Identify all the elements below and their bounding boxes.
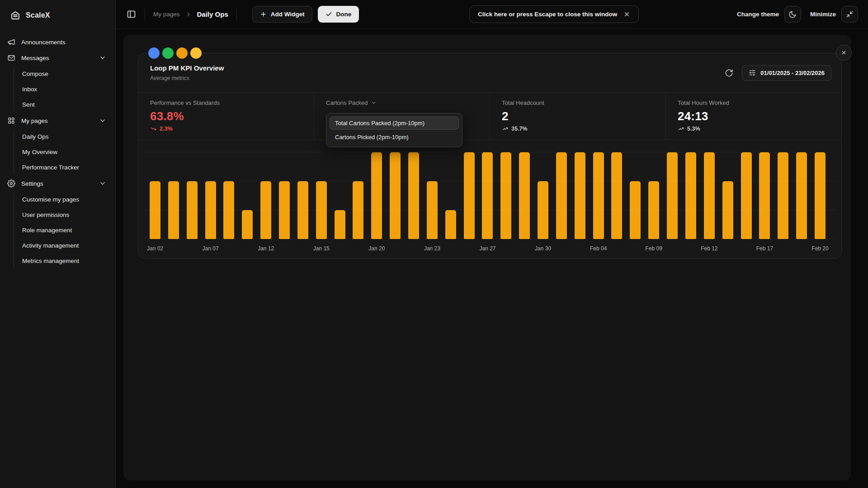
chart-bar[interactable] xyxy=(464,152,475,239)
dropdown-option[interactable]: Cartons Picked (2pm-10pm) xyxy=(330,131,459,144)
chart-bar[interactable] xyxy=(260,181,271,239)
chart-bar[interactable] xyxy=(704,152,715,239)
kpi-headcount: Total Headcount 2 35.7% xyxy=(490,93,666,140)
chart-bar[interactable] xyxy=(500,152,511,239)
chart-bar[interactable] xyxy=(150,181,160,239)
chart-bar[interactable] xyxy=(741,152,752,239)
chart-bar[interactable] xyxy=(408,152,419,239)
dropdown-option[interactable]: Total Cartons Packed (2pm-10pm) xyxy=(330,117,459,130)
chart-bar[interactable] xyxy=(648,181,659,239)
sidebar-item-user-permissions[interactable]: User permissions xyxy=(22,208,108,221)
chart-bar[interactable] xyxy=(722,181,733,239)
app-root: ScaleX Announcements Messages Compose In… xyxy=(0,0,868,488)
chart-bar[interactable] xyxy=(205,181,216,239)
sidebar-item-sent[interactable]: Sent xyxy=(22,98,108,111)
trending-up-icon xyxy=(678,126,684,131)
chart-x-axis: Jan 02Jan 07Jan 12Jan 15Jan 20Jan 23Jan … xyxy=(150,245,826,253)
date-range-button[interactable]: 01/01/2025 - 23/02/2026 xyxy=(742,65,831,81)
chart-bar[interactable] xyxy=(538,181,548,239)
sidebar-item-metrics-management[interactable]: Metrics management xyxy=(22,254,108,267)
sidebar-item-my-pages[interactable]: My pages xyxy=(7,114,108,127)
sidebar-toggle-button[interactable] xyxy=(126,9,137,20)
sidebar-item-compose[interactable]: Compose xyxy=(22,67,108,80)
check-icon xyxy=(326,11,332,18)
minimize-button[interactable] xyxy=(841,6,858,23)
refresh-icon xyxy=(725,69,733,77)
chart-bar[interactable] xyxy=(575,152,585,239)
settings-children: Customise my pages User permissions Role… xyxy=(14,192,108,267)
sidebar-item-activity-management[interactable]: Activity management xyxy=(22,239,108,252)
widget-dot xyxy=(176,47,188,59)
gear-icon xyxy=(7,179,15,188)
chart-bar[interactable] xyxy=(778,152,788,239)
main-column: My pages Daily Ops Add Widget Done Click… xyxy=(116,0,868,488)
chart-bar[interactable] xyxy=(445,210,456,239)
chart-bar[interactable] xyxy=(427,181,438,239)
refresh-button[interactable] xyxy=(725,68,734,77)
kpi-row: Performance vs Standards 63.8% 2.3% Cart… xyxy=(138,93,841,140)
sidebar-item-messages[interactable]: Messages xyxy=(7,51,108,65)
kpi-value: 2 xyxy=(502,109,661,123)
sidebar-item-announcements[interactable]: Announcements xyxy=(7,35,108,49)
escape-notice[interactable]: Click here or press Escape to close this… xyxy=(469,5,639,23)
escape-notice-text: Click here or press Escape to close this… xyxy=(478,11,617,18)
widget-close-button[interactable] xyxy=(836,45,852,61)
widget-dot xyxy=(190,47,202,59)
chart-bar[interactable] xyxy=(223,181,234,239)
chart-bar[interactable] xyxy=(796,152,807,239)
my-pages-children: Daily Ops My Overview Performance Tracke… xyxy=(14,130,108,174)
chart-bar[interactable] xyxy=(390,152,401,239)
chart-bar[interactable] xyxy=(519,152,530,239)
chart-bar[interactable] xyxy=(242,210,253,239)
metric-dropdown-label: Cartons Packed xyxy=(326,99,368,106)
chart-bar[interactable] xyxy=(630,181,641,239)
chart-bar[interactable] xyxy=(759,152,770,239)
theme-toggle-button[interactable] xyxy=(784,6,801,23)
metric-dropdown-trigger[interactable]: Cartons Packed xyxy=(326,99,485,106)
content-area: Loop PM KPI Overview Average metrics 01/… xyxy=(116,29,868,488)
sidebar-item-label: My pages xyxy=(21,117,93,124)
breadcrumb-parent[interactable]: My pages xyxy=(153,11,180,18)
close-icon[interactable] xyxy=(623,11,630,18)
chart-bar[interactable] xyxy=(335,210,345,239)
sidebar-item-inbox[interactable]: Inbox xyxy=(22,82,108,96)
sidebar-item-settings[interactable]: Settings xyxy=(7,177,108,190)
kpi-value: 24:13 xyxy=(678,109,837,123)
sidebar-item-daily-ops[interactable]: Daily Ops xyxy=(22,130,108,143)
chart-bar[interactable] xyxy=(168,181,179,239)
chevron-down-icon xyxy=(99,180,106,187)
sidebar-item-label: Messages xyxy=(21,55,93,61)
chart-bar[interactable] xyxy=(611,152,622,239)
chart-bar[interactable] xyxy=(593,152,604,239)
sidebar-item-label: Settings xyxy=(21,180,93,187)
chart-bar[interactable] xyxy=(353,181,363,239)
chart-bar[interactable] xyxy=(815,152,826,239)
kpi-widget-card: Loop PM KPI Overview Average metrics 01/… xyxy=(138,53,842,259)
gridline xyxy=(143,239,837,239)
sidebar-item-performance-tracker[interactable]: Performance Tracker xyxy=(22,160,108,174)
sidebar-item-customise-my-pages[interactable]: Customise my pages xyxy=(22,192,108,206)
x-axis-tick-label: Jan 27 xyxy=(479,245,495,252)
chart-bar[interactable] xyxy=(316,181,327,239)
chart-bar[interactable] xyxy=(297,181,308,239)
chart-bar[interactable] xyxy=(482,152,493,239)
chart-bar[interactable] xyxy=(556,152,567,239)
kpi-label: Total Hours Worked xyxy=(678,99,837,106)
sidebar-item-my-overview[interactable]: My Overview xyxy=(22,145,108,159)
x-axis-tick-label: Feb 17 xyxy=(756,245,773,252)
x-axis-tick-label: Jan 30 xyxy=(535,245,551,252)
gridline xyxy=(143,152,837,152)
add-widget-button[interactable]: Add Widget xyxy=(252,6,312,23)
x-axis-tick-label: Feb 04 xyxy=(590,245,607,252)
sidebar-item-role-management[interactable]: Role management xyxy=(22,223,108,237)
x-axis-tick-label: Feb 20 xyxy=(811,245,828,252)
chart-bar[interactable] xyxy=(187,181,198,239)
chart-bar[interactable] xyxy=(371,152,382,239)
change-theme-label: Change theme xyxy=(737,11,779,18)
chart-bar[interactable] xyxy=(279,181,290,239)
chart-bar[interactable] xyxy=(667,152,678,239)
done-button[interactable]: Done xyxy=(318,6,359,23)
chart-bar[interactable] xyxy=(685,152,696,239)
messages-children: Compose Inbox Sent xyxy=(14,67,108,111)
breadcrumb-current: Daily Ops xyxy=(197,10,228,18)
